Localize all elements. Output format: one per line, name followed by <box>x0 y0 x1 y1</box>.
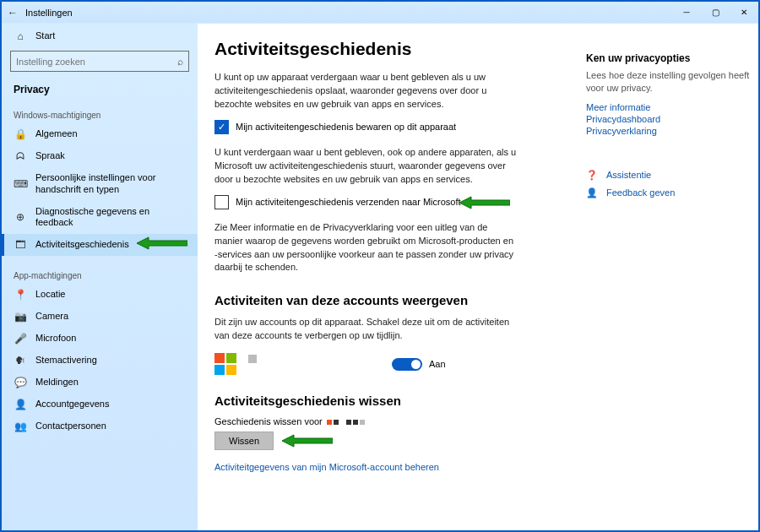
toggle-state-label: Aan <box>429 359 446 369</box>
annotation-arrow-icon <box>137 236 187 251</box>
clear-for-label: Geschiedenis wissen voor <box>214 416 518 426</box>
help-icon: ❓ <box>586 170 600 181</box>
sidebar-item-microphone[interactable]: 🎤Microfoon <box>2 328 198 350</box>
home-button[interactable]: ⌂ Start <box>2 24 198 47</box>
close-button[interactable]: ✕ <box>730 3 758 22</box>
feedback-link[interactable]: 👤Feedback geven <box>586 187 755 198</box>
intro-paragraph-1: U kunt op uw apparaat verdergaan waar u … <box>214 71 518 111</box>
sidebar-item-diagnostics[interactable]: ⊕Diagnostische gegevens en feedback <box>2 201 198 235</box>
sidebar-item-account-info[interactable]: 👤Accountgegevens <box>2 394 198 415</box>
clear-button[interactable]: Wissen <box>214 432 274 450</box>
right-subtext: Lees hoe deze instelling gevolgen heeft … <box>586 69 755 95</box>
account-toggle[interactable] <box>392 358 422 371</box>
sidebar-item-general[interactable]: 🔒Algemeen <box>2 123 198 145</box>
search-input[interactable] <box>16 57 177 67</box>
sidebar: ⌂ Start ⌕ Privacy Windows-machtigingen 🔒… <box>2 24 198 530</box>
sidebar-item-location[interactable]: 📍Locatie <box>2 284 198 306</box>
sidebar-item-activity-history[interactable]: 🗔Activiteitsgeschiedenis <box>2 234 198 256</box>
checkbox-store-on-device[interactable]: ✓ Mijn activiteitengeschiedenis bewaren … <box>214 120 518 134</box>
right-heading: Ken uw privacyopties <box>586 52 755 64</box>
svg-marker-2 <box>282 435 333 447</box>
sidebar-item-voice-activation[interactable]: 🗣Stemactivering <box>2 350 198 372</box>
sidebar-item-ink-typing[interactable]: ⌨Persoonlijke instellingen voor handschr… <box>2 167 198 201</box>
account-avatar-placeholder <box>248 355 257 363</box>
svg-marker-1 <box>459 197 510 209</box>
home-label: Start <box>35 30 55 42</box>
intro-paragraph-2: U kunt verdergaan waar u bent gebleven, … <box>214 146 518 187</box>
checkbox-label: Mijn activiteitengeschiedenis bewaren op… <box>236 122 456 132</box>
page-title: Activiteitsgeschiedenis <box>214 39 518 59</box>
microphone-icon: 🎤 <box>14 333 27 345</box>
location-icon: 📍 <box>14 289 27 301</box>
group-windows-permissions: Windows-machtigingen <box>2 104 198 123</box>
feedback-icon: ⊕ <box>14 211 27 223</box>
ink-icon: ⌨ <box>14 178 27 190</box>
checkbox-icon <box>214 195 229 209</box>
link-privacy-dashboard[interactable]: Privacydashboard <box>586 114 755 124</box>
history-icon: 🗔 <box>14 239 27 251</box>
clear-heading: Activiteitsgeschiedenis wissen <box>214 394 518 408</box>
window-title: Instellingen <box>24 8 73 18</box>
search-box[interactable]: ⌕ <box>10 51 189 72</box>
sidebar-item-speech[interactable]: ᗣSpraak <box>2 145 198 167</box>
manage-link[interactable]: Activiteitgegevens van mijn Microsoft-ac… <box>214 462 518 472</box>
group-app-permissions: App-machtigingen <box>2 264 198 284</box>
checkbox-send-to-microsoft[interactable]: Mijn activiteitengeschiedenis verzenden … <box>214 195 518 209</box>
search-icon: ⌕ <box>177 56 183 68</box>
svg-marker-0 <box>137 237 187 249</box>
intro-paragraph-3: Zie Meer informatie en de Privacyverklar… <box>214 221 518 275</box>
account-toggle-row: Aan <box>214 353 518 375</box>
sidebar-item-notifications[interactable]: 💬Meldingen <box>2 372 198 394</box>
camera-icon: 📷 <box>14 311 27 323</box>
home-icon: ⌂ <box>14 30 27 42</box>
minimize-button[interactable]: ─ <box>672 3 701 22</box>
annotation-arrow-icon <box>282 433 333 448</box>
feedback-icon: 👤 <box>586 187 600 198</box>
accounts-paragraph: Dit zijn uw accounts op dit apparaat. Sc… <box>214 316 518 343</box>
notification-icon: 💬 <box>14 377 27 388</box>
account-icon: 👤 <box>14 399 27 410</box>
maximize-button[interactable]: ▢ <box>701 3 730 22</box>
lock-icon: 🔒 <box>14 128 27 140</box>
checkbox-icon: ✓ <box>214 120 229 134</box>
contacts-icon: 👥 <box>14 421 27 432</box>
accounts-heading: Activiteiten van deze accounts weergeven <box>214 293 518 307</box>
speech-icon: ᗣ <box>14 150 27 162</box>
current-section: Privacy <box>2 80 198 104</box>
help-link[interactable]: ❓Assistentie <box>586 170 755 181</box>
checkbox-label: Mijn activiteitengeschiedenis verzenden … <box>236 197 461 207</box>
sidebar-item-contacts[interactable]: 👥Contactpersonen <box>2 415 198 437</box>
annotation-arrow-icon <box>459 195 510 210</box>
voice-icon: 🗣 <box>14 355 27 366</box>
link-privacy-statement[interactable]: Privacyverklaring <box>586 126 755 136</box>
microsoft-logo-icon <box>214 353 236 375</box>
privacy-options-panel: Ken uw privacyopties Lees hoe deze inste… <box>586 39 755 522</box>
titlebar: ← Instellingen ─ ▢ ✕ <box>2 2 758 24</box>
link-more-info[interactable]: Meer informatie <box>586 102 755 112</box>
back-button[interactable]: ← <box>2 7 24 19</box>
sidebar-item-camera[interactable]: 📷Camera <box>2 306 198 328</box>
